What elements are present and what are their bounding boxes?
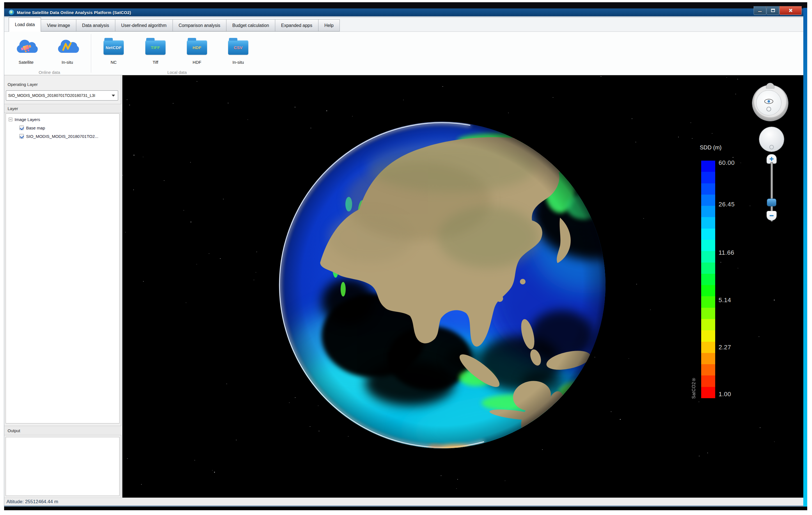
tree-node-label: Image Layers (14, 117, 40, 122)
legend-tick: 11.66 (719, 249, 734, 256)
minimize-icon (758, 11, 762, 12)
plus-icon (770, 157, 774, 161)
legend-tick: 26.45 (719, 201, 735, 208)
title-bar[interactable]: Marine Satellite Data Online Analysis Pl… (4, 8, 803, 16)
eye-icon (764, 99, 773, 104)
globe-viewport[interactable]: SDD (m) 60.0026.4511.665.142.271.00 SatC… (122, 75, 803, 497)
ribbon-toolbar: Satellite In-situ NetCDF NC TIFF Tiff (4, 31, 803, 75)
maximize-icon (771, 9, 775, 12)
checkbox-checked-icon[interactable] (19, 134, 24, 138)
load-tiff-button[interactable]: TIFF Tiff (139, 36, 172, 64)
tree-node-base-map[interactable]: Base map (19, 124, 45, 132)
legend-tick: 2.27 (719, 344, 731, 351)
legend-ticks: 60.0026.4511.665.142.271.00 (719, 161, 752, 398)
tab-comparison-analysis[interactable]: Comparison analysis (173, 19, 227, 31)
toolbar-item-label: Tiff (139, 60, 172, 64)
window-right-border (803, 8, 807, 507)
insitu-online-button[interactable]: In-situ (51, 36, 84, 64)
layer-tree-panel: Image Layers Base map SIO_MODIS_MODIS_20… (6, 113, 119, 424)
operating-layer-label: Operating Layer (7, 82, 38, 87)
legend-title: SDD (m) (700, 144, 722, 151)
output-panel-header: Output (4, 426, 121, 435)
chevron-down-icon (112, 94, 115, 97)
tab-budget-calculation[interactable]: Budget calculation (226, 19, 275, 31)
load-nc-button[interactable]: NetCDF NC (97, 36, 130, 64)
minimize-button[interactable] (754, 6, 766, 15)
insitu-cloud-icon (55, 37, 79, 56)
close-icon (788, 8, 793, 12)
group-caption-local-data: Local data (135, 70, 219, 75)
load-hdf-button[interactable]: HDF HDF (180, 36, 214, 64)
rotation-inner-dial[interactable] (756, 90, 781, 115)
status-bar: Altitude: 25512464.44 m (4, 497, 803, 506)
tab-data-analysis[interactable]: Data analysis (76, 19, 115, 31)
legend-tick: 1.00 (719, 390, 731, 398)
toolbar-item-label: In-situ (222, 60, 255, 64)
operating-layer-value: SIO_MODIS_MODIS_20180701TO20180731_L3I (6, 93, 111, 98)
maximize-button[interactable] (766, 6, 779, 15)
orbit-dot-icon (766, 107, 771, 111)
output-log-panel (6, 437, 119, 496)
folder-badge: NetCDF (104, 40, 124, 55)
legend-brand-label: SatCO2® (691, 366, 696, 399)
layer-panel-header: Layer (4, 104, 121, 113)
load-csv-insitu-button[interactable]: CSV In-situ (222, 36, 255, 64)
altitude-readout: Altitude: 25512464.44 m (6, 499, 58, 505)
hdf-folder-icon: HDF (187, 40, 207, 55)
folder-badge: CSV (228, 40, 248, 55)
output-panel-title: Output (7, 428, 20, 433)
satellite-online-button[interactable]: Satellite (9, 36, 43, 64)
folder-badge: HDF (187, 40, 207, 55)
globe-earth (278, 116, 609, 454)
legend-tick: 60.00 (719, 159, 735, 166)
tab-help[interactable]: Help (318, 19, 340, 31)
minus-icon (770, 215, 774, 216)
tree-node-label: Base map (26, 126, 45, 130)
tab-user-defined-algorithm[interactable]: User-defined algorithm (115, 19, 173, 31)
zoom-out-button[interactable] (767, 211, 776, 220)
tiff-folder-icon: TIFF (145, 40, 166, 55)
netcdf-folder-icon: NetCDF (104, 40, 124, 55)
folder-badge: TIFF (145, 40, 166, 55)
toolbar-item-label: In-situ (51, 60, 84, 64)
operating-layer-dropdown[interactable]: SIO_MODIS_MODIS_20180701TO20180731_L3I (6, 90, 118, 101)
view-rotation-control[interactable] (752, 85, 788, 121)
pan-sphere-control[interactable] (759, 127, 784, 152)
toolbar-item-label: HDF (180, 60, 214, 64)
window-bottom-border (4, 507, 807, 510)
zoom-slider-handle[interactable] (767, 199, 776, 206)
toolbar-item-label: Satellite (9, 60, 43, 64)
tree-node-sio-modis-layer[interactable]: SIO_MODIS_MODIS_20180701TO2... (19, 132, 98, 140)
csv-folder-icon: CSV (228, 40, 248, 55)
left-sidebar: Operating Layer SIO_MODIS_MODIS_20180701… (4, 75, 121, 497)
legend-tick: 5.14 (719, 297, 731, 304)
group-caption-online-data: Online data (7, 70, 91, 75)
tab-expanded-apps[interactable]: Expanded apps (275, 19, 318, 31)
window-title: Marine Satellite Data Online Analysis Pl… (17, 10, 131, 15)
window-top-border (4, 2, 807, 8)
app-window: Marine Satellite Data Online Analysis Pl… (4, 2, 807, 510)
tree-node-image-layers[interactable]: Image Layers (9, 115, 40, 123)
collapse-icon[interactable] (9, 118, 12, 121)
close-button[interactable] (779, 6, 802, 15)
layer-panel-title: Layer (7, 106, 18, 111)
checkbox-checked-icon[interactable] (19, 126, 24, 130)
menu-tabstrip: Load data View image Data analysis User-… (4, 16, 803, 31)
tab-view-image[interactable]: View image (41, 19, 76, 31)
window-controls (754, 6, 802, 15)
tab-load-data[interactable]: Load data (9, 18, 41, 32)
app-logo-icon (9, 9, 14, 15)
tree-node-label: SIO_MODIS_MODIS_20180701TO2... (26, 134, 98, 139)
satellite-cloud-icon (14, 37, 38, 56)
legend-colorbar (701, 161, 715, 398)
toolbar-item-label: NC (97, 60, 130, 64)
